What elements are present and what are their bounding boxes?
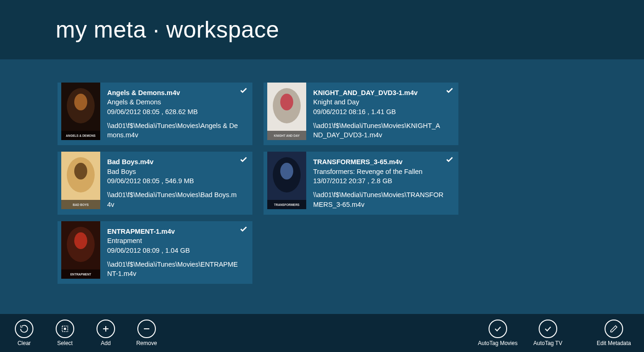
media-card[interactable]: ANGELS & DEMONS Angels & Demons.m4v Ange… [56, 83, 252, 145]
media-card[interactable]: BAD BOYS Bad Boys.m4v Bad Boys 09/06/201… [56, 152, 252, 214]
header: my meta · workspace [0, 0, 644, 59]
selected-check-icon [239, 225, 248, 235]
poster-thumbnail: TRANSFORMERS [267, 152, 306, 209]
workspace: ANGELS & DEMONS Angels & Demons.m4v Ange… [0, 59, 644, 314]
clear-button[interactable]: Clear [10, 320, 38, 346]
media-title: Knight and Day [313, 97, 444, 107]
date-size: 09/06/2012 08:05 , 628.62 MB [107, 107, 238, 116]
app-bar: Clear Select Add [0, 314, 644, 352]
page-title: my meta · workspace [56, 16, 279, 43]
check-icon [539, 320, 557, 338]
card-info: KNIGHT_AND_DAY_DVD3-1.m4v Knight and Day… [313, 83, 458, 145]
media-card[interactable]: TRANSFORMERS TRANSFORMERS_3-65.m4v Trans… [262, 152, 458, 214]
svg-point-22 [280, 163, 293, 179]
filename: KNIGHT_AND_DAY_DVD3-1.m4v [313, 88, 444, 97]
autotag-tv-label: AutoTag TV [533, 340, 562, 346]
svg-text:ENTRAPMENT: ENTRAPMENT [70, 273, 91, 276]
date-size: 09/06/2012 08:05 , 546.9 MB [107, 176, 238, 186]
date-size: 13/07/2012 20:37 , 2.8 GB [313, 176, 444, 186]
select-icon [56, 320, 74, 338]
svg-point-2 [74, 94, 87, 110]
poster-thumbnail: KNIGHT AND DAY [267, 83, 306, 140]
edit-metadata-label: Edit Metadata [597, 340, 631, 346]
svg-text:KNIGHT AND DAY: KNIGHT AND DAY [274, 134, 300, 137]
add-label: Add [101, 340, 110, 346]
svg-point-17 [280, 94, 293, 110]
card-grid: ANGELS & DEMONS Angels & Demons.m4v Ange… [56, 83, 644, 305]
autotag-movies-label: AutoTag Movies [478, 340, 517, 346]
svg-point-12 [74, 232, 87, 249]
media-card[interactable]: ENTRAPMENT ENTRAPMENT-1.m4v Entrapment 0… [56, 221, 252, 284]
remove-button[interactable]: Remove [133, 320, 161, 346]
selected-check-icon [239, 155, 248, 166]
media-title: Entrapment [107, 236, 238, 245]
date-size: 09/06/2012 08:16 , 1.41 GB [313, 107, 444, 116]
svg-text:ANGELS & DEMONS: ANGELS & DEMONS [66, 134, 96, 137]
card-info: ENTRAPMENT-1.m4v Entrapment 09/06/2012 0… [107, 221, 252, 284]
select-label: Select [57, 340, 72, 346]
add-button[interactable]: Add [92, 320, 120, 346]
filename: Bad Boys.m4v [107, 157, 238, 166]
selected-check-icon [445, 86, 454, 96]
minus-icon [137, 320, 156, 338]
media-title: Transformers: Revenge of the Fallen [313, 167, 444, 176]
poster-thumbnail: ANGELS & DEMONS [61, 83, 100, 140]
filename: ENTRAPMENT-1.m4v [107, 227, 238, 236]
file-path: \\ad01\f$\Media\iTunes\Movies\Bad Boys.m… [107, 190, 238, 209]
poster-thumbnail: ENTRAPMENT [61, 221, 100, 279]
filename: TRANSFORMERS_3-65.m4v [313, 157, 444, 166]
card-info: Angels & Demons.m4v Angels & Demons 09/0… [107, 83, 252, 145]
poster-thumbnail: BAD BOYS [61, 152, 100, 209]
edit-metadata-button[interactable]: Edit Metadata [594, 320, 634, 346]
pencil-icon [605, 320, 623, 338]
selected-check-icon [239, 86, 248, 96]
autotag-movies-button[interactable]: AutoTag Movies [475, 320, 520, 346]
check-icon [489, 320, 507, 338]
media-card[interactable]: KNIGHT AND DAY KNIGHT_AND_DAY_DVD3-1.m4v… [262, 83, 458, 145]
svg-text:BAD BOYS: BAD BOYS [73, 203, 89, 206]
autotag-tv-button[interactable]: AutoTag TV [530, 320, 565, 346]
card-info: Bad Boys.m4v Bad Boys 09/06/2012 08:05 ,… [107, 152, 252, 214]
media-title: Bad Boys [107, 167, 238, 176]
file-path: \\ad01\f$\Media\iTunes\Movies\Angels & D… [107, 121, 238, 140]
select-button[interactable]: Select [51, 320, 79, 346]
clear-label: Clear [18, 340, 31, 346]
media-title: Angels & Demons [107, 97, 238, 107]
selected-check-icon [445, 155, 454, 166]
file-path: \\ad01\f$\Media\iTunes\Movies\ENTRAPMENT… [107, 260, 238, 279]
filename: Angels & Demons.m4v [107, 88, 238, 97]
card-info: TRANSFORMERS_3-65.m4v Transformers: Reve… [313, 152, 458, 214]
date-size: 09/06/2012 08:09 , 1.04 GB [107, 246, 238, 255]
remove-label: Remove [136, 340, 157, 346]
file-path: \\ad01\f$\Media\iTunes\Movies\TRANSFORME… [313, 190, 444, 209]
svg-point-7 [74, 163, 87, 179]
plus-icon [97, 320, 115, 338]
svg-rect-26 [64, 328, 66, 330]
svg-text:TRANSFORMERS: TRANSFORMERS [274, 203, 300, 206]
file-path: \\ad01\f$\Media\iTunes\Movies\KNIGHT_AND… [313, 121, 444, 140]
undo-icon [15, 320, 33, 338]
